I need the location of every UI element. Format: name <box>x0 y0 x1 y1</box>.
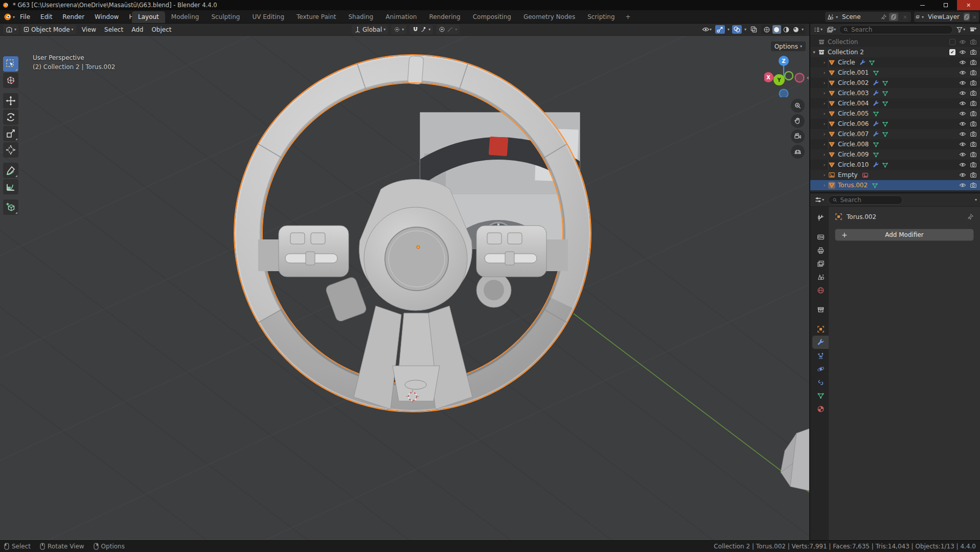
viewport-menu-add[interactable]: Add <box>127 25 147 34</box>
outliner-search-input[interactable] <box>851 26 949 33</box>
outliner-row-circle-008[interactable]: ›Circle.008 <box>810 139 980 149</box>
properties-editor-type[interactable]: ▾ <box>813 195 825 204</box>
hide-viewport-eye-icon[interactable] <box>959 49 966 56</box>
navigation-gizmo[interactable]: Z X Y <box>764 54 805 97</box>
hide-viewport-eye-icon[interactable] <box>959 141 966 148</box>
viewport-canvas[interactable] <box>0 36 809 540</box>
zoom-button[interactable] <box>791 99 805 113</box>
mode-selector[interactable]: Object Mode ▾ <box>20 25 76 34</box>
outliner-row-collection[interactable]: Collection <box>810 37 980 47</box>
workspace-tab-texture-paint[interactable]: Texture Paint <box>290 11 342 23</box>
outliner-row-circle-001[interactable]: ›Circle.001 <box>810 68 980 78</box>
expand-caret[interactable]: › <box>821 111 828 116</box>
menu-window[interactable]: Window <box>90 12 123 22</box>
tool-select-box[interactable] <box>3 56 18 72</box>
hide-viewport-eye-icon[interactable] <box>959 120 966 127</box>
tool-scale[interactable] <box>3 126 18 141</box>
properties-tab-constraints[interactable] <box>812 376 829 389</box>
expand-caret[interactable]: › <box>821 91 828 96</box>
hide-viewport-eye-icon[interactable] <box>959 151 966 158</box>
workspace-tab-modeling[interactable]: Modeling <box>165 11 206 23</box>
properties-search[interactable] <box>828 195 902 205</box>
properties-tab-scene[interactable] <box>812 270 829 283</box>
overlays-dropdown[interactable]: ▾ <box>744 27 746 32</box>
menu-edit[interactable]: Edit <box>36 12 57 22</box>
expand-caret[interactable]: › <box>821 142 828 147</box>
minimize-button[interactable] <box>911 0 934 10</box>
viewport-menu-object[interactable]: Object <box>147 25 175 34</box>
properties-options-dropdown[interactable]: ▾ <box>975 197 977 202</box>
hide-viewport-eye-icon[interactable] <box>959 90 966 97</box>
editor-type-selector[interactable]: ▾ <box>3 25 19 34</box>
viewport-menu-select[interactable]: Select <box>100 25 127 34</box>
disable-render-camera-icon[interactable] <box>970 38 977 46</box>
disable-render-camera-icon[interactable] <box>970 100 977 107</box>
outliner-row-circle-010[interactable]: ›Circle.010 <box>810 160 980 170</box>
expand-caret[interactable]: › <box>821 80 828 85</box>
close-button[interactable]: ✕ <box>957 0 980 10</box>
menu-file[interactable]: File <box>15 12 35 22</box>
transform-orientation-selector[interactable]: Global ▾ <box>352 25 388 34</box>
maximize-button[interactable] <box>934 0 957 10</box>
tool-move[interactable] <box>3 93 18 108</box>
camera-view-button[interactable] <box>791 129 805 143</box>
expand-caret[interactable]: › <box>821 121 828 126</box>
add-modifier-button[interactable]: + Add Modifier <box>835 229 974 241</box>
disable-render-camera-icon[interactable] <box>970 49 977 56</box>
disable-render-camera-icon[interactable] <box>970 110 977 117</box>
workspace-tab-geometry-nodes[interactable]: Geometry Nodes <box>517 11 581 23</box>
expand-caret[interactable]: › <box>821 70 828 75</box>
hide-viewport-eye-icon[interactable] <box>959 110 966 117</box>
properties-tab-collection[interactable] <box>812 303 829 316</box>
shading-dropdown[interactable]: ▾ <box>802 27 804 32</box>
workspace-tab-sculpting[interactable]: Sculpting <box>205 11 246 23</box>
workspace-tab-rendering[interactable]: Rendering <box>423 11 466 23</box>
workspace-tab-uv-editing[interactable]: UV Editing <box>246 11 290 23</box>
outliner-row-circle-004[interactable]: ›Circle.004 <box>810 98 980 108</box>
outliner-row-circle-006[interactable]: ›Circle.006 <box>810 119 980 129</box>
properties-tab-world[interactable] <box>812 283 829 297</box>
disable-render-camera-icon[interactable] <box>970 171 977 179</box>
hide-viewport-eye-icon[interactable] <box>959 171 966 179</box>
shading-wireframe-button[interactable] <box>763 25 771 34</box>
show-overlays-toggle[interactable] <box>732 25 742 34</box>
expand-caret[interactable]: › <box>821 101 828 106</box>
tool-add-cube[interactable] <box>3 200 18 215</box>
expand-caret[interactable]: › <box>821 172 828 178</box>
blender-menu-button[interactable]: ▾ <box>4 13 15 21</box>
expand-caret[interactable]: › <box>821 162 828 167</box>
shading-rendered-button[interactable] <box>792 25 801 34</box>
disable-render-camera-icon[interactable] <box>970 59 977 66</box>
outliner-row-circle-005[interactable]: ›Circle.005 <box>810 108 980 119</box>
outliner-filter-button[interactable]: ▾ <box>955 26 966 34</box>
shading-solid-button[interactable] <box>772 25 781 34</box>
snap-target-icon[interactable] <box>420 26 427 33</box>
add-workspace-button[interactable]: + <box>621 11 635 23</box>
workspace-tab-animation[interactable]: Animation <box>379 11 423 23</box>
disable-render-camera-icon[interactable] <box>970 69 977 76</box>
workspace-tab-layout[interactable]: Layout <box>132 11 165 23</box>
pin-icon[interactable] <box>880 14 887 20</box>
tool-rotate[interactable] <box>3 109 18 125</box>
disable-render-camera-icon[interactable] <box>970 151 977 158</box>
outliner-filter-id-type[interactable]: ▾ <box>826 26 837 34</box>
menu-render[interactable]: Render <box>58 12 89 22</box>
properties-tab-object-data[interactable] <box>812 389 829 402</box>
visibility-dropdown[interactable]: ▾ <box>701 25 713 34</box>
outliner-row-collection-2[interactable]: ▾Collection 2✔ <box>810 47 980 57</box>
workspace-tab-shading[interactable]: Shading <box>342 11 379 23</box>
scene-selector[interactable]: ▾ Scene <box>825 12 911 22</box>
properties-tab-modifiers[interactable] <box>812 336 829 349</box>
outliner-row-circle-009[interactable]: ›Circle.009 <box>810 149 980 160</box>
properties-tab-tool[interactable] <box>812 211 829 224</box>
properties-tab-output[interactable] <box>812 244 829 257</box>
hide-viewport-eye-icon[interactable] <box>959 182 966 189</box>
expand-caret[interactable]: › <box>821 131 828 137</box>
outliner-row-circle-007[interactable]: ›Circle.007 <box>810 129 980 139</box>
scene-unlink-button[interactable] <box>900 13 909 21</box>
sidebar-collapse-arrow[interactable]: ‹ <box>807 74 809 81</box>
expand-caret[interactable]: › <box>821 152 828 157</box>
viewlayer-copy-button[interactable] <box>964 13 970 21</box>
properties-tab-physics[interactable] <box>812 362 829 376</box>
pivot-point-selector[interactable]: ▾ <box>391 25 406 34</box>
